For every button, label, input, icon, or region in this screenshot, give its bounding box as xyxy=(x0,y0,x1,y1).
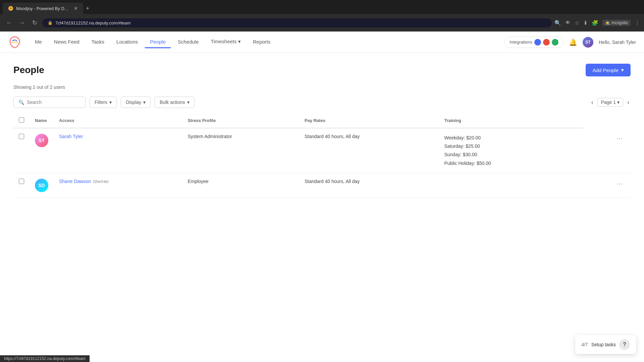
nav-schedule[interactable]: Schedule xyxy=(172,36,204,48)
more-options-button-shane-dawson[interactable]: ⋯ xyxy=(614,179,625,189)
col-header-stress-profile: Stress Profile xyxy=(182,113,299,128)
select-all-checkbox[interactable] xyxy=(19,117,24,123)
address-bar[interactable]: 🔒 7cf47d19112152.na.deputy.com/#team xyxy=(42,18,552,27)
nav-people[interactable]: People xyxy=(145,36,171,48)
notifications-bell-icon[interactable]: 🔔 xyxy=(569,38,577,46)
person-name-cell: Shane DawsonShe/Her xyxy=(54,173,182,197)
top-navigation: Me News Feed Tasks Locations People Sche… xyxy=(0,32,644,53)
new-tab-button[interactable]: + xyxy=(86,5,90,12)
col-header-training: Training xyxy=(439,113,561,128)
page-chevron-icon: ▾ xyxy=(617,100,620,105)
col-header-name: Name xyxy=(30,113,54,128)
setup-tasks-label: Setup tasks xyxy=(591,342,616,347)
nav-timesheets[interactable]: Timesheets ▾ xyxy=(206,36,246,48)
avatar: SD xyxy=(35,179,48,192)
person-training-cell xyxy=(561,128,584,173)
nav-locations[interactable]: Locations xyxy=(111,36,143,48)
more-browser-options-icon[interactable]: ⋮ xyxy=(635,20,640,26)
setup-tasks-widget[interactable]: 4/7 Setup tasks ? xyxy=(575,335,636,354)
nav-me[interactable]: Me xyxy=(30,36,47,48)
setup-tasks-counter: 4/7 xyxy=(581,342,588,347)
nav-links: Me News Feed Tasks Locations People Sche… xyxy=(30,36,504,48)
person-training-cell xyxy=(561,173,584,197)
nav-reports[interactable]: Reports xyxy=(248,36,276,48)
main-content: People Add People ▾ Showing 2 out of 2 u… xyxy=(0,53,644,208)
user-avatar: ST xyxy=(583,37,593,48)
extensions-icon[interactable]: 🧩 xyxy=(592,20,598,26)
search-browser-icon[interactable]: 🔍 xyxy=(554,20,561,26)
filters-chevron-icon: ▾ xyxy=(109,100,112,105)
table-row: SDShane DawsonShe/HerEmployeeStandard 40… xyxy=(13,173,631,197)
col-header-pay-rates: Pay Rates xyxy=(299,113,439,128)
bulk-actions-chevron-icon: ▾ xyxy=(187,100,190,105)
reload-button[interactable]: ↻ xyxy=(30,18,40,28)
status-url: https://7cf47d19112152.na.deputy.com/#te… xyxy=(4,356,86,361)
search-input[interactable] xyxy=(27,100,80,105)
nav-right: Integrations 🔔 ST Hello, Sarah Tyler xyxy=(504,37,636,48)
integration-dot-red xyxy=(543,39,550,46)
people-count-subtitle: Showing 2 out of 2 users xyxy=(13,84,631,90)
page-title: People xyxy=(13,65,44,75)
pay-rate-line: Weekday: $20.00 xyxy=(444,134,555,142)
tab-title: Moodjoy - Powered By Deputy... xyxy=(16,6,70,11)
lock-icon: 🔒 xyxy=(48,20,53,25)
display-button[interactable]: Display ▾ xyxy=(121,97,151,108)
pay-rate-line: Public Holiday: $50.00 xyxy=(444,159,555,168)
pay-rate-line: Sunday: $30.00 xyxy=(444,150,555,159)
tab-favicon-icon xyxy=(8,6,13,11)
incognito-icon: 🕵 xyxy=(605,20,610,25)
pay-rate-line: Saturday: $25.00 xyxy=(444,142,555,150)
status-bar: https://7cf47d19112152.na.deputy.com/#te… xyxy=(0,355,90,362)
user-greeting: Hello, Sarah Tyler xyxy=(599,40,636,45)
person-name-link[interactable]: Shane Dawson xyxy=(59,179,91,184)
integrations-label: Integrations xyxy=(509,40,532,45)
browser-tab[interactable]: Moodjoy - Powered By Deputy... ✕ xyxy=(3,3,83,14)
person-pay-rates-cell xyxy=(439,173,561,197)
integration-dot-blue xyxy=(534,39,541,46)
person-access-cell: System Administrator xyxy=(182,128,299,173)
download-icon[interactable]: ⬇ xyxy=(583,20,588,26)
previous-page-button[interactable]: ‹ xyxy=(590,98,595,107)
row-checkbox-sarah-tyler[interactable] xyxy=(19,134,24,139)
avatar: ST xyxy=(35,134,48,147)
integration-dot-green xyxy=(552,39,558,46)
filters-button[interactable]: Filters ▾ xyxy=(90,97,117,108)
person-stress-profile-cell: Standard 40 hours, All day xyxy=(299,128,439,173)
page-selector[interactable]: Page 1 ▾ xyxy=(597,98,623,107)
person-access-cell: Employee xyxy=(182,173,299,197)
person-stress-profile-cell: Standard 40 hours, All day xyxy=(299,173,439,197)
incognito-badge: 🕵 Incognito xyxy=(602,20,631,26)
table-row: STSarah TylerSystem AdministratorStandar… xyxy=(13,128,631,173)
person-avatar-cell: ST xyxy=(30,128,54,173)
people-table: Name Access Stress Profile Pay Rates Tra… xyxy=(13,113,631,198)
bulk-actions-button[interactable]: Bulk actions ▾ xyxy=(155,97,194,108)
person-name-cell: Sarah Tyler xyxy=(54,128,182,173)
person-pronoun: She/Her xyxy=(93,179,109,184)
search-box[interactable]: 🔍 xyxy=(13,97,86,108)
help-button[interactable]: ? xyxy=(619,339,630,350)
url-text: 7cf47d19112152.na.deputy.com/#team xyxy=(55,20,131,25)
page-header: People Add People ▾ xyxy=(13,64,631,76)
nav-tasks[interactable]: Tasks xyxy=(86,36,110,48)
app-logo[interactable] xyxy=(8,36,21,49)
next-page-button[interactable]: › xyxy=(626,98,631,107)
add-people-button[interactable]: Add People ▾ xyxy=(586,64,631,76)
display-chevron-icon: ▾ xyxy=(143,100,146,105)
tab-close-button[interactable]: ✕ xyxy=(74,6,78,11)
nav-news-feed[interactable]: News Feed xyxy=(49,36,85,48)
forward-button[interactable]: → xyxy=(17,18,27,28)
col-header-access: Access xyxy=(54,113,182,128)
reader-mode-icon[interactable]: 👁 xyxy=(565,20,571,26)
add-people-chevron-icon: ▾ xyxy=(621,67,624,73)
person-name-link[interactable]: Sarah Tyler xyxy=(59,134,83,139)
back-button[interactable]: ← xyxy=(4,18,14,28)
bookmark-icon[interactable]: ☆ xyxy=(575,20,579,26)
more-options-button-sarah-tyler[interactable]: ⋯ xyxy=(614,133,625,143)
toolbar: 🔍 Filters ▾ Display ▾ Bulk actions ▾ ‹ P… xyxy=(13,97,631,108)
row-checkbox-shane-dawson[interactable] xyxy=(19,179,24,184)
integrations-button[interactable]: Integrations xyxy=(504,37,564,48)
pagination: ‹ Page 1 ▾ › xyxy=(590,98,631,107)
person-pay-rates-cell: Weekday: $20.00Saturday: $25.00Sunday: $… xyxy=(439,128,561,173)
person-avatar-cell: SD xyxy=(30,173,54,197)
svg-point-2 xyxy=(10,8,11,9)
